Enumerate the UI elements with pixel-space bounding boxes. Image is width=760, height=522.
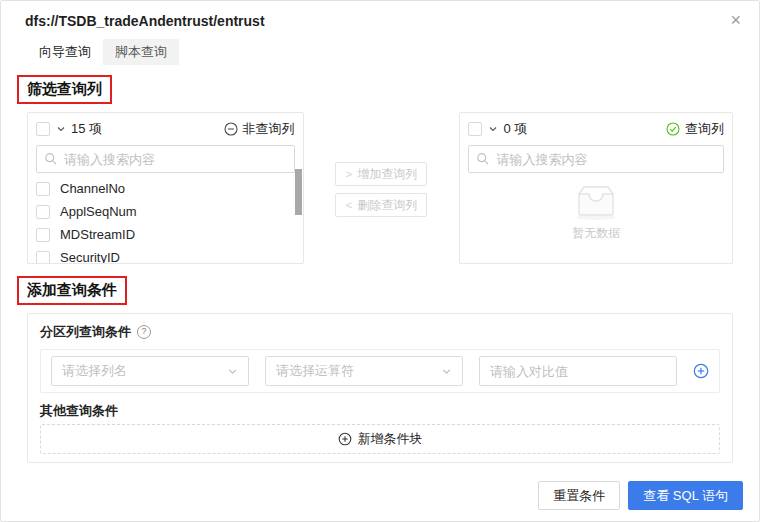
- left-panel-type: 非查询列: [224, 120, 295, 138]
- add-query-column-label: 增加查询列: [357, 166, 417, 183]
- dialog-footer: 重置条件 查看 SQL 语句: [1, 463, 759, 510]
- left-list-scrollbar[interactable]: [295, 169, 302, 215]
- query-dialog: dfs://TSDB_tradeAndentrust/entrust × 向导查…: [0, 0, 760, 522]
- tab-script-query[interactable]: 脚本查询: [103, 39, 179, 65]
- left-panel-type-label: 非查询列: [243, 120, 295, 138]
- column-name-select[interactable]: 请选择列名: [51, 356, 249, 386]
- item-checkbox[interactable]: [36, 251, 50, 265]
- search-icon: [44, 152, 58, 166]
- left-select-all-checkbox[interactable]: [36, 122, 50, 136]
- right-caret-down-icon[interactable]: [488, 124, 498, 134]
- conditions-panel: 分区列查询条件 ? 请选择列名 请选择运算符 其他查询条件: [27, 313, 733, 463]
- partition-conditions-title-row: 分区列查询条件 ?: [40, 324, 720, 339]
- item-label: ApplSeqNum: [60, 204, 137, 219]
- view-sql-button[interactable]: 查看 SQL 语句: [628, 481, 743, 510]
- right-panel-type: 查询列: [666, 120, 724, 138]
- list-item[interactable]: ChannelNo: [36, 177, 295, 200]
- tab-wizard-query[interactable]: 向导查询: [27, 39, 103, 65]
- column-transfer: 15 项 非查询列 ChannelNo: [27, 112, 733, 264]
- add-condition-icon[interactable]: [693, 363, 709, 379]
- empty-box-icon: [572, 183, 620, 221]
- reset-conditions-button[interactable]: 重置条件: [538, 481, 620, 510]
- right-panel-header: 0 项 查询列: [468, 119, 724, 139]
- chevron-down-icon: [227, 366, 238, 377]
- dialog-header: dfs://TSDB_tradeAndentrust/entrust ×: [1, 1, 759, 29]
- left-search-input[interactable]: [36, 145, 295, 173]
- add-condition-block-button[interactable]: 新增条件块: [40, 424, 720, 454]
- remove-query-column-button[interactable]: < 删除查询列: [335, 193, 427, 217]
- left-search: [36, 145, 295, 173]
- query-columns-panel: 0 项 查询列: [459, 112, 733, 264]
- item-checkbox[interactable]: [36, 228, 50, 242]
- query-mode-tabs: 向导查询 脚本查询: [27, 39, 179, 65]
- add-condition-block-label: 新增条件块: [358, 430, 423, 448]
- chevron-down-icon: [441, 366, 452, 377]
- left-panel-header: 15 项 非查询列: [36, 119, 295, 139]
- item-checkbox[interactable]: [36, 205, 50, 219]
- chevron-right-icon: >: [346, 168, 352, 180]
- add-query-column-button[interactable]: > 增加查询列: [335, 162, 427, 186]
- dialog-title: dfs://TSDB_tradeAndentrust/entrust: [25, 13, 265, 29]
- search-icon: [476, 152, 490, 166]
- transfer-actions: > 增加查询列 < 删除查询列: [304, 112, 460, 264]
- close-icon[interactable]: ×: [730, 13, 741, 27]
- left-caret-down-icon[interactable]: [56, 124, 66, 134]
- list-item[interactable]: SecurityID: [36, 246, 295, 264]
- left-column-list: ChannelNo ApplSeqNum MDStreamID Security…: [36, 177, 295, 264]
- chevron-left-icon: <: [346, 199, 352, 211]
- other-conditions-title: 其他查询条件: [40, 403, 720, 418]
- empty-state-text: 暂无数据: [572, 225, 620, 242]
- right-panel-type-label: 查询列: [685, 120, 724, 138]
- remove-query-column-label: 删除查询列: [357, 197, 417, 214]
- column-name-placeholder: 请选择列名: [62, 362, 127, 380]
- partition-conditions-title: 分区列查询条件: [40, 324, 131, 339]
- add-conditions-section-title: 添加查询条件: [17, 276, 127, 305]
- list-item[interactable]: MDStreamID: [36, 223, 295, 246]
- non-query-columns-panel: 15 项 非查询列 ChannelNo: [27, 112, 304, 264]
- help-icon[interactable]: ?: [137, 325, 151, 339]
- item-checkbox[interactable]: [36, 182, 50, 196]
- right-select-all-checkbox[interactable]: [468, 122, 482, 136]
- filter-columns-section-title: 筛选查询列: [17, 75, 112, 104]
- left-item-count: 15 项: [71, 120, 102, 138]
- item-label: ChannelNo: [60, 181, 125, 196]
- item-label: MDStreamID: [60, 227, 135, 242]
- dialog-content: 向导查询 脚本查询 筛选查询列 15 项 非查询列: [1, 29, 759, 463]
- check-circle-icon: [666, 122, 680, 136]
- partition-condition-row: 请选择列名 请选择运算符: [40, 349, 720, 393]
- right-search: [468, 145, 724, 173]
- right-item-count: 0 项: [503, 120, 527, 138]
- right-search-input[interactable]: [468, 145, 724, 173]
- operator-placeholder: 请选择运算符: [276, 362, 354, 380]
- operator-select[interactable]: 请选择运算符: [265, 356, 463, 386]
- empty-state: 暂无数据: [468, 183, 724, 242]
- item-label: SecurityID: [60, 250, 120, 264]
- plus-circle-icon: [338, 432, 352, 446]
- minus-circle-icon: [224, 122, 238, 136]
- list-item[interactable]: ApplSeqNum: [36, 200, 295, 223]
- compare-value-input[interactable]: [479, 356, 677, 386]
